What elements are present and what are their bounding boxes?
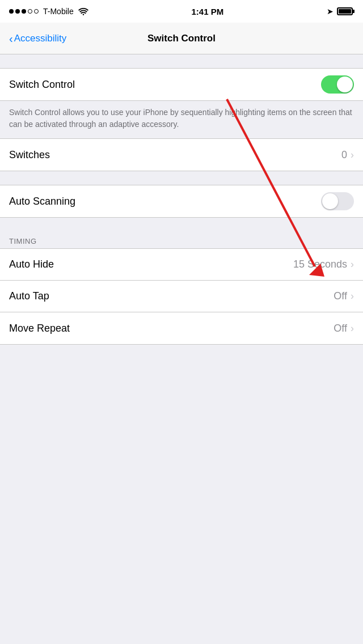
battery-shell: [337, 7, 353, 15]
switches-group: Switches 0 ›: [0, 139, 363, 171]
auto-scanning-row: Auto Scanning: [0, 185, 363, 217]
signal-dot-2: [15, 9, 20, 14]
toggle-knob: [337, 77, 353, 92]
auto-scanning-knob: [322, 193, 338, 209]
section-gap-2: [0, 171, 363, 185]
auto-hide-label: Auto Hide: [9, 259, 54, 270]
nav-bar: ‹ Accessibility Switch Control: [0, 23, 363, 54]
section-gap-3: [0, 218, 363, 231]
auto-tap-row[interactable]: Auto Tap Off ›: [0, 281, 363, 312]
switch-control-description: Switch Control allows you to use your iP…: [9, 107, 354, 130]
status-right: ➤: [327, 7, 354, 16]
signal-dot-1: [9, 9, 14, 14]
auto-scanning-group: Auto Scanning: [0, 185, 363, 218]
signal-dot-3: [22, 9, 26, 14]
switch-control-description-block: Switch Control allows you to use your iP…: [0, 101, 363, 139]
switch-control-group: Switch Control: [0, 68, 363, 101]
switch-control-label: Switch Control: [9, 79, 75, 91]
page-title: Switch Control: [147, 33, 216, 44]
auto-hide-chevron-icon: ›: [351, 259, 354, 270]
carrier-label: T-Mobile: [43, 7, 74, 16]
back-chevron-icon: ‹: [9, 33, 13, 44]
timing-group: Auto Hide 15 Seconds › Auto Tap Off › Mo…: [0, 248, 363, 345]
back-button[interactable]: ‹ Accessibility: [9, 33, 66, 44]
signal-dot-4: [28, 9, 32, 14]
battery-fill: [339, 9, 351, 14]
auto-scanning-label: Auto Scanning: [9, 196, 75, 207]
switches-value: 0: [341, 149, 347, 161]
auto-tap-right: Off ›: [334, 290, 354, 302]
auto-tap-value: Off: [334, 290, 347, 302]
auto-tap-label: Auto Tap: [9, 290, 49, 302]
wifi-icon: [78, 7, 88, 15]
auto-hide-right: 15 Seconds ›: [293, 259, 354, 270]
switch-control-toggle[interactable]: [321, 75, 354, 94]
status-left: T-Mobile: [9, 7, 88, 16]
page-wrapper: T-Mobile 1:41 PM ➤ ‹ Accessibility Switc…: [0, 0, 363, 345]
back-label: Accessibility: [14, 33, 67, 44]
auto-tap-chevron-icon: ›: [351, 290, 354, 302]
switches-chevron-icon: ›: [351, 149, 354, 161]
switches-row[interactable]: Switches 0 ›: [0, 139, 363, 171]
switches-label: Switches: [9, 149, 50, 161]
section-gap-1: [0, 54, 363, 68]
location-icon: ➤: [327, 7, 334, 16]
auto-hide-row[interactable]: Auto Hide 15 Seconds ›: [0, 249, 363, 281]
move-repeat-chevron-icon: ›: [351, 323, 354, 334]
auto-hide-value: 15 Seconds: [293, 259, 347, 270]
move-repeat-value: Off: [334, 323, 347, 334]
switch-control-row: Switch Control: [0, 69, 363, 100]
signal-dot-5: [34, 9, 39, 14]
timing-header-label: TIMING: [9, 237, 37, 245]
auto-scanning-toggle[interactable]: [321, 192, 354, 210]
move-repeat-row[interactable]: Move Repeat Off ›: [0, 312, 363, 344]
move-repeat-label: Move Repeat: [9, 323, 70, 334]
move-repeat-right: Off ›: [334, 323, 354, 334]
signal-dots: [9, 9, 39, 14]
switches-right: 0 ›: [341, 149, 354, 161]
status-bar: T-Mobile 1:41 PM ➤: [0, 0, 363, 23]
time-display: 1:41 PM: [191, 7, 223, 16]
battery-indicator: [337, 7, 354, 15]
timing-section-header: TIMING: [0, 231, 363, 248]
